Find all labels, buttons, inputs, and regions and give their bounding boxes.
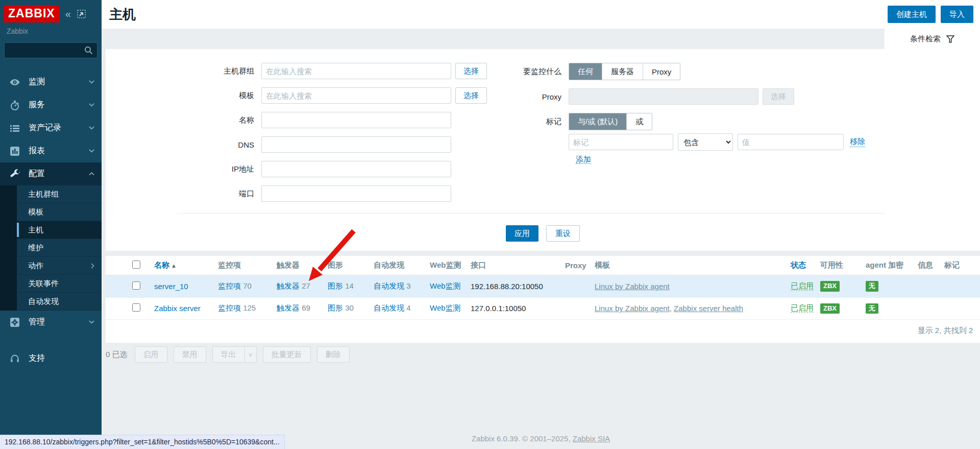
sidebar-item-discovery[interactable]: 自动发现 [17, 293, 102, 311]
sidebar-item-services[interactable]: 服务 [0, 93, 102, 116]
column-proxy: Proxy [562, 256, 592, 275]
name-input[interactable] [261, 112, 451, 128]
column-tags: 标记 [942, 256, 980, 275]
row-checkbox[interactable] [132, 303, 140, 312]
filter-tab[interactable]: 条件检索 [885, 29, 980, 49]
sidebar-item-maintenance[interactable]: 维护 [17, 239, 102, 257]
tag-value-input[interactable] [738, 134, 844, 150]
graphs-link[interactable]: 图形 [328, 281, 343, 290]
funnel-icon [946, 35, 954, 43]
templates-select-button[interactable]: 选择 [455, 87, 487, 104]
column-status[interactable]: 状态 [788, 256, 818, 275]
footer-version-text: Zabbix 6.0.39. © 2001–2025, [472, 434, 573, 443]
tags-label: 标记 [487, 117, 569, 127]
host-link[interactable]: server_10 [154, 282, 188, 291]
submenu-label: 动作 [28, 261, 43, 271]
sidebar-item-administration[interactable]: 管理 [0, 311, 102, 334]
sidebar-item-monitoring[interactable]: 监测 [0, 70, 102, 93]
chevron-down-icon [89, 80, 94, 84]
zabbix-logo[interactable]: ZABBIX [4, 5, 59, 22]
submenu-label: 自动发现 [28, 297, 59, 306]
sidebar-item-label: 管理 [29, 317, 45, 327]
zabbix-sia-link[interactable]: Zabbix SIA [573, 434, 610, 443]
triggers-link[interactable]: 触发器 [277, 281, 300, 290]
templates-input[interactable] [261, 87, 451, 104]
status-enabled-link[interactable]: 已启用 [791, 281, 814, 291]
monitored-by-server[interactable]: 服务器 [602, 63, 643, 80]
sidebar-item-templates[interactable]: 模板 [17, 203, 102, 221]
export-dropdown-button[interactable]: ∨ [245, 346, 257, 363]
name-label: 名称 [106, 115, 261, 125]
template-link[interactable]: Linux by Zabbix agent [595, 304, 670, 313]
sidebar-item-label: 报表 [29, 146, 45, 156]
items-link[interactable]: 监控项 [218, 281, 241, 290]
filter-tabbar: 条件检索 [102, 29, 980, 49]
triggers-link[interactable]: 触发器 [277, 303, 300, 312]
status-enabled-link[interactable]: 已启用 [791, 303, 814, 313]
triggers-count: 27 [302, 281, 310, 290]
hosts-table: 名称▲ 监控项 触发器 图形 自动发现 Web监测 接口 Proxy 模板 状态… [106, 256, 980, 320]
sidebar-item-hosts[interactable]: 主机 [17, 221, 102, 239]
sidebar-item-reports[interactable]: 报表 [0, 139, 102, 162]
interface-cell: 192.168.88.20:10050 [468, 275, 562, 298]
select-all-checkbox[interactable] [132, 261, 140, 269]
sidebar-item-event-correlation[interactable]: 关联事件 [17, 275, 102, 293]
host-link[interactable]: Zabbix server [154, 304, 201, 313]
mass-update-button[interactable]: 批量更新 [263, 346, 311, 363]
enable-button[interactable]: 启用 [135, 346, 167, 363]
delete-button[interactable]: 删除 [317, 346, 350, 363]
column-name[interactable]: 名称▲ [152, 256, 215, 275]
wrench-icon [9, 169, 20, 180]
filter-right-column: 要监控什么 任何 服务器 Proxy Proxy 选择 标记 与/或 (默认) … [487, 63, 865, 210]
sidebar-item-configuration[interactable]: 配置 [0, 162, 102, 185]
items-link[interactable]: 监控项 [218, 303, 241, 312]
host-groups-input[interactable] [261, 63, 451, 79]
collapse-sidebar-icon[interactable]: « [65, 9, 71, 19]
discovery-link[interactable]: 自动发现 [374, 281, 404, 290]
sidebar-search-input[interactable] [4, 42, 97, 58]
graphs-count: 14 [345, 281, 354, 290]
graphs-link[interactable]: 图形 [328, 303, 343, 312]
search-icon [84, 46, 93, 55]
apply-button[interactable]: 应用 [506, 225, 538, 242]
export-button[interactable]: 导出 [212, 346, 245, 363]
reset-button[interactable]: 重设 [546, 225, 580, 242]
import-button[interactable]: 导入 [941, 6, 973, 23]
filter-left-column: 主机群组 选择 模板 选择 名称 DNS IP地址 端口 [106, 63, 487, 210]
submenu-label: 关联事件 [28, 279, 59, 289]
create-host-button[interactable]: 创建主机 [888, 6, 936, 23]
monitored-by-proxy[interactable]: Proxy [643, 63, 680, 80]
tags-cell [942, 297, 980, 320]
column-encryption: agent 加密 [863, 256, 915, 275]
sidebar-item-inventory[interactable]: 资产记录 [0, 116, 102, 139]
monitored-by-any[interactable]: 任何 [569, 63, 602, 80]
stopwatch-icon [9, 100, 20, 111]
column-graphs: 图形 [325, 256, 371, 275]
sidebar-item-actions[interactable]: 动作 [17, 257, 102, 275]
web-link[interactable]: Web监测 [430, 281, 461, 290]
tag-remove-link[interactable]: 移除 [850, 137, 865, 147]
host-groups-select-button[interactable]: 选择 [455, 63, 487, 79]
tag-operator-select[interactable]: 包含 [678, 133, 733, 151]
headphones-icon [9, 353, 20, 364]
ip-input[interactable] [261, 161, 451, 177]
row-checkbox[interactable] [132, 281, 140, 290]
hide-sidebar-icon[interactable] [77, 10, 86, 18]
browser-status-bar: 192.168.88.10/zabbix/triggers.php?filter… [0, 435, 285, 449]
disable-button[interactable]: 禁用 [174, 346, 206, 363]
port-input[interactable] [261, 185, 451, 202]
sidebar-item-label: 配置 [29, 169, 45, 179]
discovery-count: 4 [406, 303, 410, 312]
tags-mode-andor[interactable]: 与/或 (默认) [569, 113, 626, 130]
template-link[interactable]: Linux by Zabbix agent [595, 282, 670, 291]
dns-input[interactable] [261, 136, 451, 153]
web-link[interactable]: Web监测 [430, 303, 461, 312]
discovery-link[interactable]: 自动发现 [374, 303, 404, 312]
tag-add-link[interactable]: 添加 [576, 155, 591, 164]
sidebar-item-support[interactable]: 支持 [0, 347, 102, 370]
tags-mode-or[interactable]: 或 [626, 113, 652, 130]
template-link[interactable]: Zabbix server health [674, 304, 743, 313]
templates-label: 模板 [106, 91, 261, 101]
tag-name-input[interactable] [569, 134, 673, 150]
sidebar-item-host-groups[interactable]: 主机群组 [17, 185, 102, 203]
